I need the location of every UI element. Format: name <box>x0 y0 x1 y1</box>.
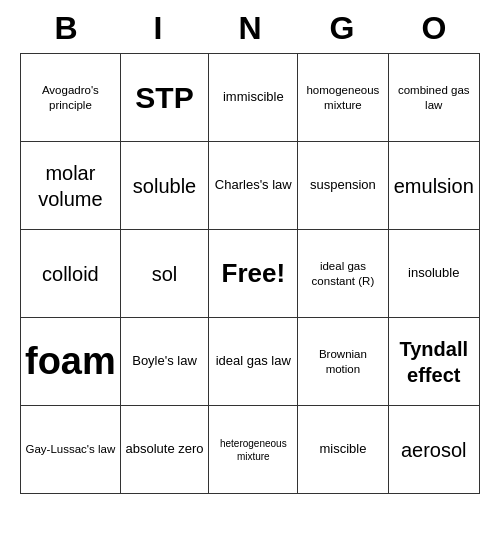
cell-r1-c1: soluble <box>120 142 208 230</box>
letter-g: G <box>300 10 384 47</box>
cell-r1-c4: emulsion <box>388 142 480 230</box>
cell-r4-c2: heterogeneous mixture <box>209 406 298 494</box>
cell-r3-c0: foam <box>21 318 121 406</box>
cell-r1-c0: molar volume <box>21 142 121 230</box>
cell-r2-c2: Free! <box>209 230 298 318</box>
cell-r3-c1: Boyle's law <box>120 318 208 406</box>
cell-r2-c3: ideal gas constant (R) <box>298 230 388 318</box>
cell-r3-c4: Tyndall effect <box>388 318 480 406</box>
cell-r3-c3: Brownian motion <box>298 318 388 406</box>
cell-r0-c3: homogeneous mixture <box>298 54 388 142</box>
cell-r4-c3: miscible <box>298 406 388 494</box>
cell-r0-c2: immiscible <box>209 54 298 142</box>
cell-r4-c1: absolute zero <box>120 406 208 494</box>
letter-b: B <box>24 10 108 47</box>
cell-r1-c3: suspension <box>298 142 388 230</box>
cell-r4-c4: aerosol <box>388 406 480 494</box>
cell-r4-c0: Gay-Lussac's law <box>21 406 121 494</box>
cell-r2-c1: sol <box>120 230 208 318</box>
bingo-grid: Avogadro's principleSTPimmisciblehomogen… <box>20 53 480 494</box>
letter-i: I <box>116 10 200 47</box>
cell-r2-c4: insoluble <box>388 230 480 318</box>
cell-r0-c1: STP <box>120 54 208 142</box>
cell-r2-c0: colloid <box>21 230 121 318</box>
cell-r0-c0: Avogadro's principle <box>21 54 121 142</box>
letter-o: O <box>392 10 476 47</box>
bingo-header: B I N G O <box>20 0 480 53</box>
cell-r1-c2: Charles's law <box>209 142 298 230</box>
cell-r3-c2: ideal gas law <box>209 318 298 406</box>
letter-n: N <box>208 10 292 47</box>
cell-r0-c4: combined gas law <box>388 54 480 142</box>
